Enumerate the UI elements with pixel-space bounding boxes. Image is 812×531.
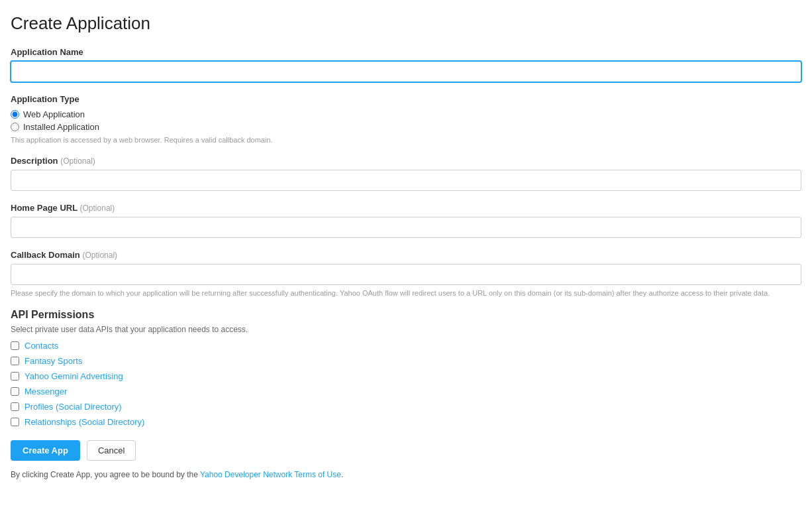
permission-messenger[interactable]: Messenger	[11, 386, 801, 396]
web-app-label: Web Application	[23, 109, 85, 119]
installed-app-label: Installed Application	[23, 122, 99, 132]
footer-after-text: .	[341, 470, 343, 479]
cancel-button[interactable]: Cancel	[87, 440, 136, 461]
description-input[interactable]	[11, 170, 801, 191]
callback-hint: Please specify the domain to which your …	[11, 289, 801, 297]
installed-app-option[interactable]: Installed Application	[11, 122, 801, 132]
contacts-link[interactable]: Contacts	[25, 341, 58, 351]
app-name-field-group: Application Name	[11, 47, 801, 82]
relationships-link[interactable]: Relationships (Social Directory)	[25, 417, 144, 427]
action-buttons: Create App Cancel	[11, 440, 801, 461]
messenger-checkbox[interactable]	[11, 387, 19, 396]
api-permissions-desc: Select private user data APIs that your …	[11, 325, 801, 334]
fantasy-sports-checkbox[interactable]	[11, 357, 19, 365]
permission-profiles[interactable]: Profiles (Social Directory)	[11, 402, 801, 412]
permission-yahoo-gemini[interactable]: Yahoo Gemini Advertising	[11, 371, 801, 381]
yahoo-gemini-checkbox[interactable]	[11, 372, 19, 381]
page-title: Create Application	[11, 13, 801, 34]
app-name-label: Application Name	[11, 47, 801, 57]
create-app-button[interactable]: Create App	[11, 440, 80, 461]
profiles-link[interactable]: Profiles (Social Directory)	[25, 402, 122, 412]
homepage-input[interactable]	[11, 217, 801, 238]
installed-app-radio[interactable]	[11, 123, 19, 131]
relationships-checkbox[interactable]	[11, 418, 19, 426]
yahoo-gemini-link[interactable]: Yahoo Gemini Advertising	[25, 371, 123, 381]
permission-relationships[interactable]: Relationships (Social Directory)	[11, 417, 801, 427]
permission-fantasy-sports[interactable]: Fantasy Sports	[11, 356, 801, 366]
footer-before-text: By clicking Create App, you agree to be …	[11, 470, 200, 479]
app-type-hint: This application is accessed by a web br…	[11, 136, 801, 144]
api-permissions-title: API Permissions	[11, 309, 801, 321]
description-label: Description (Optional)	[11, 156, 801, 166]
description-field-group: Description (Optional)	[11, 156, 801, 191]
permission-contacts[interactable]: Contacts	[11, 341, 801, 351]
callback-input[interactable]	[11, 264, 801, 285]
app-name-input[interactable]	[11, 61, 801, 82]
fantasy-sports-link[interactable]: Fantasy Sports	[25, 356, 82, 366]
api-permissions-section: API Permissions Select private user data…	[11, 309, 801, 427]
web-app-radio[interactable]	[11, 110, 19, 119]
homepage-field-group: Home Page URL (Optional)	[11, 203, 801, 238]
app-type-label: Application Type	[11, 94, 801, 104]
callback-field-group: Callback Domain (Optional) Please specif…	[11, 250, 801, 297]
callback-label: Callback Domain (Optional)	[11, 250, 801, 260]
footer-text: By clicking Create App, you agree to be …	[11, 470, 801, 479]
web-app-option[interactable]: Web Application	[11, 109, 801, 119]
app-type-section: Application Type Web Application Install…	[11, 94, 801, 144]
contacts-checkbox[interactable]	[11, 341, 19, 350]
tos-link[interactable]: Yahoo Developer Network Terms of Use	[200, 470, 341, 479]
messenger-link[interactable]: Messenger	[25, 386, 67, 396]
profiles-checkbox[interactable]	[11, 402, 19, 411]
homepage-label: Home Page URL (Optional)	[11, 203, 801, 213]
